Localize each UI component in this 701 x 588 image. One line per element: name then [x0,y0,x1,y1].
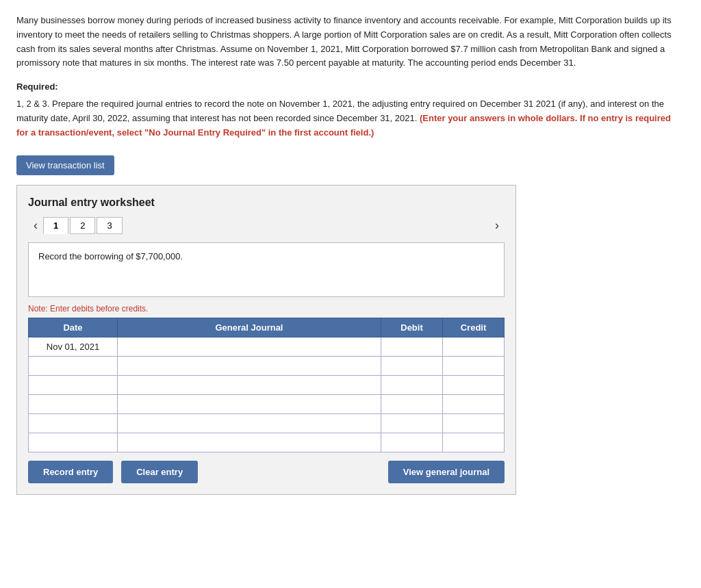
row-4-debit[interactable] [381,394,443,413]
row-3-date [29,375,118,394]
row-2-general-input[interactable] [118,357,381,375]
row-5-general-input[interactable] [118,414,381,433]
tab-next-arrow[interactable]: › [489,217,505,234]
row-1-general-input[interactable] [118,337,381,356]
col-header-debit: Debit [381,318,443,337]
col-header-general: General Journal [118,318,381,337]
row-2-debit[interactable] [381,356,443,375]
row-5-credit-input[interactable] [443,414,504,433]
table-row [29,375,505,394]
row-4-credit-input[interactable] [443,395,504,413]
row-3-debit-input[interactable] [381,376,442,394]
row-4-general-input[interactable] [118,395,381,413]
worksheet-title: Journal entry worksheet [28,196,505,209]
worksheet-container: Journal entry worksheet ‹ 1 2 3 › Record… [16,185,516,495]
table-row [29,394,505,413]
table-row [29,356,505,375]
row-6-credit[interactable] [443,433,505,452]
note-text: Note: Enter debits before credits. [28,304,505,314]
col-header-date: Date [29,318,118,337]
record-description-box: Record the borrowing of $7,700,000. [28,242,505,297]
journal-table: Date General Journal Debit Credit Nov 01… [28,318,505,452]
row-4-debit-input[interactable] [381,395,442,413]
row-4-general[interactable] [118,394,381,413]
clear-entry-button[interactable]: Clear entry [121,461,198,483]
row-2-debit-input[interactable] [381,357,442,375]
view-general-journal-button[interactable]: View general journal [388,461,505,483]
table-row: Nov 01, 2021 [29,337,505,356]
row-4-date [29,394,118,413]
row-1-date: Nov 01, 2021 [29,337,118,356]
required-label: Required: [16,81,685,92]
tab-navigation: ‹ 1 2 3 › [28,217,505,234]
instructions-text: 1, 2 & 3. Prepare the required journal e… [16,97,685,140]
record-entry-button[interactable]: Record entry [28,461,113,483]
table-row [29,433,505,452]
tab-2[interactable]: 2 [70,217,95,234]
row-5-date [29,413,118,433]
table-row [29,413,505,433]
row-5-debit[interactable] [381,413,443,433]
row-6-date [29,433,118,452]
row-1-credit-input[interactable] [443,337,504,356]
row-2-date [29,356,118,375]
row-2-credit[interactable] [443,356,505,375]
row-3-credit[interactable] [443,375,505,394]
record-description-text: Record the borrowing of $7,700,000. [38,251,183,261]
row-1-credit[interactable] [443,337,505,356]
row-5-credit[interactable] [443,413,505,433]
row-6-general[interactable] [118,433,381,452]
row-2-general[interactable] [118,356,381,375]
intro-paragraph: Many businesses borrow money during peri… [16,14,685,71]
row-3-debit[interactable] [381,375,443,394]
row-3-general-input[interactable] [118,376,381,394]
row-1-debit[interactable] [381,337,443,356]
view-transaction-button[interactable]: View transaction list [16,155,114,175]
row-6-credit-input[interactable] [443,433,504,452]
action-buttons: Record entry Clear entry View general jo… [28,461,505,483]
row-5-debit-input[interactable] [381,414,442,433]
row-6-debit-input[interactable] [381,433,442,452]
tab-3[interactable]: 3 [97,217,122,234]
row-6-debit[interactable] [381,433,443,452]
row-1-debit-input[interactable] [381,337,442,356]
row-4-credit[interactable] [443,394,505,413]
tab-1[interactable]: 1 [43,217,68,234]
row-2-credit-input[interactable] [443,357,504,375]
row-5-general[interactable] [118,413,381,433]
row-3-credit-input[interactable] [443,376,504,394]
row-1-general[interactable] [118,337,381,356]
row-6-general-input[interactable] [118,433,381,452]
col-header-credit: Credit [443,318,505,337]
row-3-general[interactable] [118,375,381,394]
tab-prev-arrow[interactable]: ‹ [28,217,43,234]
